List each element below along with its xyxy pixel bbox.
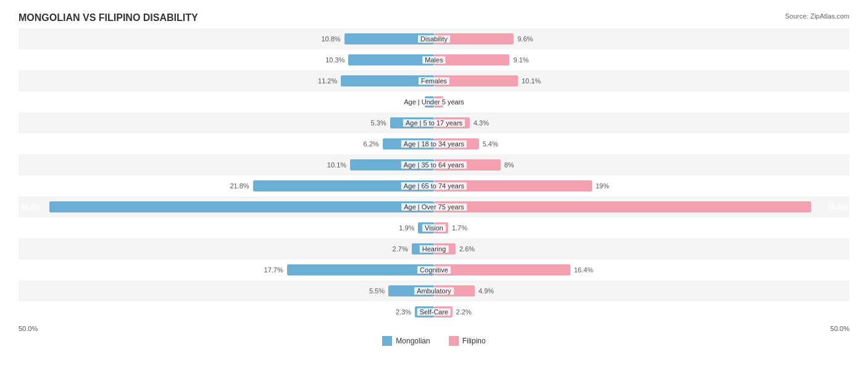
bar-label: Hearing	[420, 245, 449, 253]
chart-row: 2.3%2.2%Self-Care	[19, 301, 849, 322]
bar-value-right: 10.1%	[522, 77, 541, 85]
source-label: Source: ZipAtlas.com	[785, 12, 849, 20]
bar-value-left: 21.8%	[230, 182, 249, 190]
bar-label: Ambulatory	[414, 287, 454, 295]
legend: Mongolian Filipino	[19, 336, 849, 346]
filipino-label: Filipino	[462, 337, 486, 345]
chart-row: 2.7%2.6%Hearing	[19, 238, 849, 259]
bar-value-right: 5.4%	[483, 140, 498, 148]
chart-container: MONGOLIAN VS FILIPINO DISABILITY Source:…	[0, 0, 868, 378]
mongolian-bar	[287, 264, 434, 275]
bar-label: Self-Care	[417, 308, 451, 316]
bar-value-right: 2.6%	[459, 245, 475, 253]
axis-right-label: 50.0%	[830, 325, 849, 332]
bar-value-left: 11.2%	[318, 77, 337, 85]
bar-value-right: 4.9%	[478, 287, 494, 295]
bar-value-right: 9.6%	[517, 35, 533, 43]
mongolian-bar	[348, 54, 434, 65]
bar-value-right: 1.7%	[452, 224, 467, 232]
chart-row: 46.3%45.4%Age | Over 75 years	[19, 196, 849, 217]
chart-row: 10.3%9.1%Males	[19, 49, 849, 70]
bar-value-right: 2.2%	[456, 308, 472, 316]
bar-value-right: 8%	[504, 161, 514, 169]
axis-bottom: 50.0% 50.0%	[19, 325, 849, 332]
bar-label: Males	[422, 56, 445, 64]
filipino-bar	[434, 201, 811, 212]
bar-value-left: 46.3%	[21, 203, 40, 211]
bar-label: Age | 35 to 64 years	[401, 161, 467, 169]
bar-label: Disability	[418, 35, 450, 43]
bar-label: Age | 18 to 34 years	[401, 140, 467, 148]
bar-value-right: 9.1%	[513, 56, 528, 64]
mongolian-label: Mongolian	[396, 337, 430, 345]
chart-row: 5.5%4.9%Ambulatory	[19, 280, 849, 301]
bar-value-right: 16.4%	[574, 266, 593, 274]
mongolian-color-swatch	[382, 336, 392, 346]
chart-row: 10.8%9.6%Disability	[19, 28, 849, 49]
chart-row: 5.3%4.3%Age | 5 to 17 years	[19, 112, 849, 133]
bar-value-left: 10.8%	[321, 35, 340, 43]
bar-value-right: 19%	[596, 182, 609, 190]
chart-row: 1.1%1.1%Age | Under 5 years	[19, 91, 849, 112]
chart-row: 10.1%8%Age | 35 to 64 years	[19, 154, 849, 175]
bar-value-left: 10.3%	[325, 56, 344, 64]
bar-value-right: 4.3%	[474, 119, 489, 127]
bar-value-left: 17.7%	[264, 266, 283, 274]
filipino-color-swatch	[449, 336, 459, 346]
bar-label: Age | Under 5 years	[401, 98, 467, 106]
legend-mongolian: Mongolian	[382, 336, 430, 346]
filipino-bar	[434, 264, 570, 275]
chart-row: 6.2%5.4%Age | 18 to 34 years	[19, 133, 849, 154]
bar-value-left: 2.7%	[393, 245, 408, 253]
bar-value-left: 5.5%	[369, 287, 385, 295]
chart-title: MONGOLIAN VS FILIPINO DISABILITY	[19, 12, 849, 23]
bar-value-left: 1.9%	[399, 224, 414, 232]
chart-row: 17.7%16.4%Cognitive	[19, 259, 849, 280]
bar-label: Age | 65 to 74 years	[401, 182, 467, 190]
bar-value-left: 10.1%	[327, 161, 346, 169]
chart-row: 11.2%10.1%Females	[19, 70, 849, 91]
bar-label: Vision	[422, 224, 446, 232]
bar-label: Age | Over 75 years	[401, 203, 467, 211]
chart-area: 10.8%9.6%Disability10.3%9.1%Males11.2%10…	[19, 28, 849, 322]
bar-value-left: 6.2%	[363, 140, 378, 148]
bar-label: Cognitive	[417, 266, 451, 274]
bar-label: Females	[419, 77, 449, 85]
mongolian-bar	[49, 201, 434, 212]
legend-filipino: Filipino	[449, 336, 486, 346]
axis-left-label: 50.0%	[19, 325, 38, 332]
bar-value-left: 5.3%	[371, 119, 386, 127]
bar-value-left: 2.3%	[396, 308, 411, 316]
bar-label: Age | 5 to 17 years	[403, 119, 465, 127]
chart-row: 1.9%1.7%Vision	[19, 217, 849, 238]
chart-row: 21.8%19%Age | 65 to 74 years	[19, 175, 849, 196]
bar-value-right: 45.4%	[828, 203, 847, 211]
